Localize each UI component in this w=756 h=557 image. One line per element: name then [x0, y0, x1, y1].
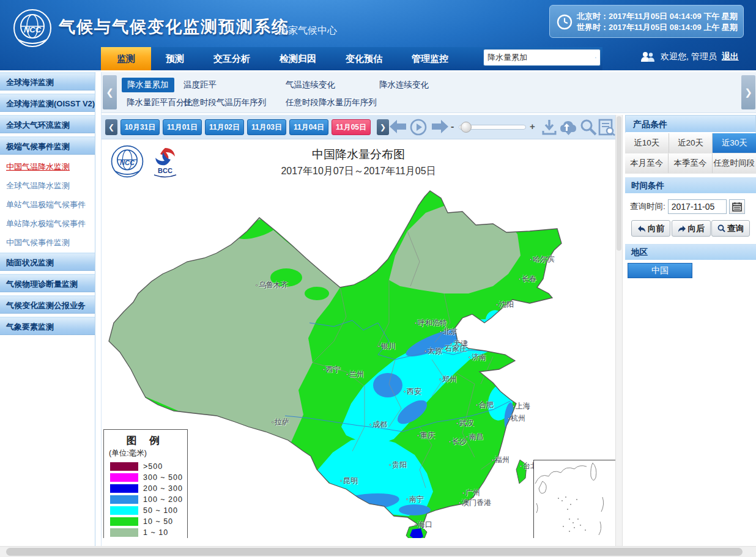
- zoom-slider-knob[interactable]: [461, 122, 472, 133]
- zoom-slider[interactable]: [459, 125, 526, 130]
- horizontal-scrollbar-thumb[interactable]: [6, 548, 743, 556]
- range-任意时间段[interactable]: 任意时间段: [713, 153, 756, 173]
- query-button[interactable]: 查询: [711, 220, 750, 237]
- legend-row-7: 1 ~ 10: [110, 527, 187, 538]
- city-label-西安: 西安: [404, 386, 421, 397]
- subnav-item-rain-cont[interactable]: 降水连续变化: [379, 78, 429, 92]
- sidebar-item-2[interactable]: 全球海洋监测(OISST V2): [0, 94, 95, 112]
- region-china-button[interactable]: 中国: [628, 263, 692, 278]
- sidebar-item-12[interactable]: 气候变化监测公报业务: [0, 295, 95, 314]
- city-label-太原: 太原: [424, 346, 442, 356]
- step-back-icon[interactable]: [389, 119, 407, 135]
- sidebar-item-4[interactable]: 极端气候事件监测: [0, 136, 95, 155]
- city-label-乌鲁木齐: 乌鲁木齐: [256, 280, 288, 290]
- step-forward-icon[interactable]: [431, 119, 449, 135]
- subnav-item-temp-cont[interactable]: 气温连续变化: [286, 78, 335, 92]
- city-label-南昌: 南昌: [466, 432, 484, 442]
- sidebar-item-13[interactable]: 气象要素监测: [0, 317, 95, 335]
- query-date-input[interactable]: [668, 199, 727, 214]
- map-vertical-scrollbar[interactable]: [615, 115, 623, 546]
- sidebar-item-8[interactable]: 单站降水极端气候事件: [0, 215, 95, 233]
- subnav-item-temp-anomaly[interactable]: 温度距平: [183, 78, 217, 92]
- city-label-武汉: 武汉: [456, 418, 474, 429]
- map-region-blue-sichuan: [373, 373, 402, 397]
- sidebar-item-3[interactable]: 全球大气环流监测: [0, 115, 95, 133]
- city-label-上海: 上海: [513, 401, 530, 411]
- next-button[interactable]: 向后: [672, 220, 711, 237]
- app-title: 气候与气候变化监测预测系统: [59, 16, 289, 38]
- city-label-成都: 成都: [369, 419, 387, 430]
- subnav-collapse-chevron[interactable]: ❮: [103, 75, 117, 109]
- tab-2[interactable]: 预测: [151, 47, 199, 70]
- search-box[interactable]: [483, 49, 601, 66]
- legend-row-4: 100 ~ 200: [110, 494, 187, 505]
- play-icon[interactable]: [410, 119, 427, 136]
- logout-link[interactable]: 退出: [722, 51, 739, 62]
- prev-button[interactable]: 向前: [631, 220, 670, 237]
- date-button-2[interactable]: 11月01日: [163, 119, 202, 135]
- dates-prev-chevron[interactable]: ❮: [105, 119, 117, 135]
- clock-icon: [556, 13, 573, 31]
- right-panel: 产品条件 近10天近20天近30天 本月至今本季至今任意时间段 时间条件 查询时…: [625, 115, 756, 546]
- range-row-2: 本月至今本季至今任意时间段: [625, 153, 756, 174]
- date-toolbar: ❮ 10月31日11月01日11月02日11月03日11月04日11月05日 ❯…: [102, 115, 623, 139]
- tab-5[interactable]: 变化预估: [331, 47, 397, 70]
- download-icon[interactable]: [541, 119, 557, 136]
- horizontal-scrollbar[interactable]: [0, 546, 756, 557]
- date-button-5[interactable]: 11月04日: [289, 119, 328, 135]
- sidebar-item-1[interactable]: 全球海洋监测: [0, 72, 95, 90]
- city-label-拉萨: 拉萨: [272, 417, 289, 427]
- city-label-沈阳: 沈阳: [496, 300, 514, 310]
- city-label-福州: 福州: [492, 455, 510, 465]
- south-sea-inset: 南 海 诸 岛: [533, 460, 615, 538]
- tab-6[interactable]: 管理监控: [397, 47, 463, 70]
- city-label-济南: 济南: [469, 352, 486, 363]
- app: NCC 气候与气候变化监测预测系统 国家气候中心 北京时：2017年11月05日…: [0, 0, 756, 557]
- subnav-item-rain-accum[interactable]: 降水量累加: [122, 78, 174, 92]
- map-legend: 图 例 (单位:毫米) >500300 ~ 500200 ~ 300100 ~ …: [103, 429, 188, 538]
- dates-next-chevron[interactable]: ❯: [377, 119, 389, 135]
- date-buttons: 10月31日11月01日11月02日11月03日11月04日11月05日: [120, 119, 371, 135]
- city-label-兰州: 兰州: [346, 369, 364, 380]
- magnifier-icon[interactable]: [580, 119, 597, 136]
- range-row-1: 近10天近20天近30天: [625, 133, 756, 153]
- sidebar-item-5[interactable]: 中国气温降水监测: [0, 158, 95, 176]
- date-button-3[interactable]: 11月02日: [205, 119, 244, 135]
- city-label-广州: 广州: [462, 488, 480, 498]
- subnav-item-rain-series[interactable]: 任意时段降水量历年序列: [286, 95, 377, 110]
- calendar-button[interactable]: [729, 199, 745, 214]
- sidebar-item-9[interactable]: 中国气候事件监测: [0, 234, 95, 252]
- back-arrow-icon: [637, 225, 646, 232]
- sidebar-item-10[interactable]: 陆面状况监测: [0, 253, 95, 271]
- city-label-北京: 北京: [440, 326, 458, 337]
- subnav-item-rain-anomaly-pct[interactable]: 降水量距平百分比: [127, 95, 193, 110]
- range-近30天[interactable]: 近30天: [713, 133, 756, 153]
- range-本月至今[interactable]: 本月至今: [625, 153, 669, 173]
- tab-1[interactable]: 监测: [101, 47, 151, 70]
- sidebar-item-6[interactable]: 全球气温降水监测: [0, 177, 95, 195]
- tab-4[interactable]: 检测归因: [265, 47, 331, 70]
- subnav-item-temp-series[interactable]: 任意时段气温历年序列: [183, 95, 266, 110]
- date-button-6[interactable]: 11月05日: [332, 119, 371, 135]
- subnav-expand-chevron[interactable]: ❯: [741, 75, 755, 109]
- date-button-4[interactable]: 11月03日: [247, 119, 286, 135]
- range-近20天[interactable]: 近20天: [669, 133, 713, 153]
- city-label-杭州: 杭州: [508, 413, 525, 424]
- region-header: 地区: [625, 244, 756, 260]
- beijing-time: 北京时：2017年11月05日 04:14:09 下午 星期: [577, 11, 738, 22]
- city-label-哈尔滨: 哈尔滨: [530, 254, 555, 265]
- user-icon: [640, 51, 656, 62]
- app-subtitle: 国家气候中心: [278, 24, 337, 37]
- range-近10天[interactable]: 近10天: [625, 133, 669, 153]
- doc-preview-icon[interactable]: [598, 119, 615, 136]
- search-input[interactable]: [487, 53, 595, 62]
- sidebar-item-7[interactable]: 单站气温极端气候事件: [0, 196, 95, 214]
- range-本季至今[interactable]: 本季至今: [669, 153, 712, 173]
- date-button-1[interactable]: 10月31日: [120, 119, 160, 135]
- search-icon[interactable]: [595, 53, 596, 63]
- sidebar-item-11[interactable]: 气候物理诊断量监测: [0, 274, 95, 292]
- zoom-in-plus[interactable]: +: [530, 121, 535, 131]
- zoom-out-minus[interactable]: -: [451, 121, 454, 132]
- cloud-sync-icon[interactable]: [559, 119, 577, 136]
- tab-3[interactable]: 交互分析: [199, 47, 265, 70]
